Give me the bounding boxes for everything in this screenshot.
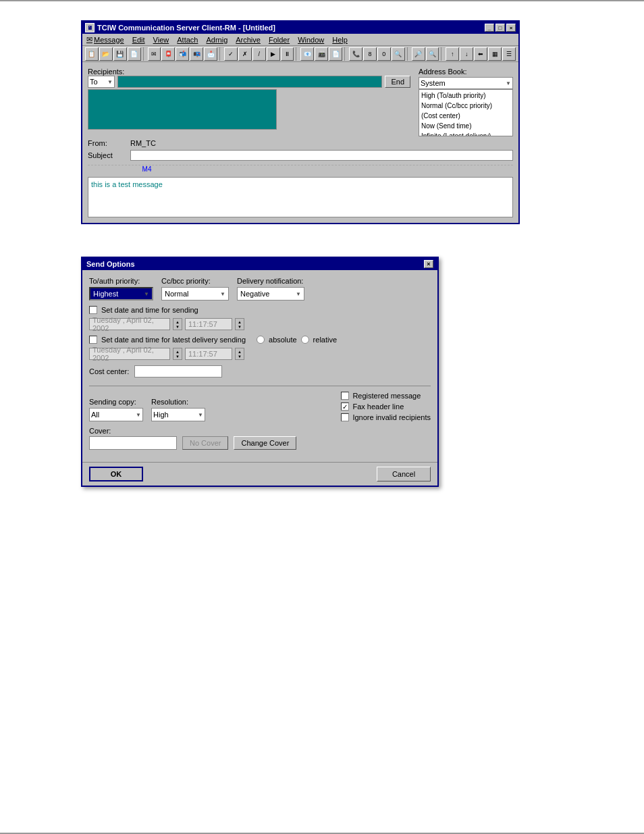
cover-controls: No Cover Change Cover	[89, 436, 431, 450]
toolbar-list-btn[interactable]: ☰	[502, 47, 516, 61]
main-titlebar: 🖥 TCIW Communication Server Client-RM - …	[82, 22, 518, 34]
toolbar-doc-btn[interactable]: 📄	[329, 47, 342, 61]
toolbar-search-btn[interactable]: 🔎	[412, 47, 425, 61]
toolbar-btn7[interactable]: 📬	[176, 47, 189, 61]
subject-row: Subject	[88, 150, 513, 161]
fax-header-checkbox[interactable]	[341, 402, 349, 411]
subject-input[interactable]	[130, 150, 513, 161]
menu-item-message[interactable]: ✉ Message	[85, 34, 128, 45]
address-book-label: Address Book:	[419, 68, 513, 76]
address-book-section: Address Book: System ▼ High (To/auth pri…	[419, 68, 513, 136]
sending-copy-select-wrapper: All ▼	[89, 408, 143, 421]
sending-copy-group: Sending copy: All ▼	[89, 398, 143, 421]
from-label: From:	[88, 139, 125, 147]
toolbar-up-btn[interactable]: ↑	[446, 47, 459, 61]
toolbar-grid-btn[interactable]: ▦	[488, 47, 502, 61]
latest-delivery-row: Set date and time for latest delivery se…	[89, 336, 431, 344]
registered-message-checkbox[interactable]	[341, 392, 349, 400]
menu-item-attach[interactable]: Attach	[173, 35, 202, 45]
message-area[interactable]: this is a test message	[88, 177, 513, 217]
toolbar-phone-btn[interactable]: 📞	[349, 47, 363, 61]
spinner-down-icon: ▼	[176, 325, 180, 329]
menu-item-adrnig[interactable]: Adrnig	[202, 35, 232, 45]
right-checkboxes: Registered message Fax header line Ignor…	[341, 392, 431, 421]
toolbar-btn9[interactable]: 📩	[204, 47, 217, 61]
toolbar-down-btn[interactable]: ↓	[460, 47, 473, 61]
set-date-latest-checkbox[interactable]	[89, 336, 97, 344]
from-row: From: RM_TC	[88, 139, 513, 147]
cc-bcc-priority-select[interactable]: Normal ▼	[161, 287, 229, 301]
spinner-up-icon: ▲	[238, 320, 242, 324]
toolbar-slash-btn[interactable]: /	[252, 47, 266, 61]
top-rule	[0, 0, 644, 1]
cover-input[interactable]	[89, 436, 177, 450]
address-list[interactable]: High (To/auth priority) Normal (Cc/bcc p…	[419, 89, 513, 136]
recipient-input[interactable]	[117, 76, 382, 88]
toolbar-sep2	[219, 47, 222, 61]
toolbar-zoom-btn[interactable]: 🔍	[426, 47, 439, 61]
time-spinner-2[interactable]: ▲ ▼	[235, 348, 244, 360]
delivery-notification-select[interactable]: Negative ▼	[237, 287, 304, 301]
resolution-select[interactable]: High ▼	[151, 408, 205, 421]
absolute-label: absolute	[269, 336, 297, 344]
set-date-sending-checkbox[interactable]	[89, 306, 97, 314]
toolbar-open-btn[interactable]: 📂	[99, 47, 113, 61]
main-content: Recipients: To ▼ End Address Book: Syste…	[82, 62, 518, 223]
menu-item-view[interactable]: View	[149, 35, 173, 45]
date-field-2[interactable]: Tuesday , April 02, 2002	[89, 348, 170, 360]
toolbar-new-btn[interactable]: 📋	[85, 47, 99, 61]
menu-item-edit[interactable]: Edit	[128, 35, 149, 45]
toolbar-icon-btn[interactable]: 🔍	[392, 47, 405, 61]
sending-copy-resolution-row: Sending copy: All ▼ Resolution: High ▼	[89, 392, 431, 421]
date-spinner-2[interactable]: ▲ ▼	[173, 348, 182, 360]
to-row: To ▼ End	[88, 76, 410, 88]
dialog-footer: OK Cancel	[82, 462, 437, 486]
menu-item-help[interactable]: Help	[328, 35, 352, 45]
toolbar-play-btn[interactable]: ▶	[267, 47, 280, 61]
change-cover-button[interactable]: Change Cover	[234, 436, 296, 450]
main-window: 🖥 TCIW Communication Server Client-RM - …	[81, 20, 520, 224]
menu-item-archive[interactable]: Archive	[232, 35, 265, 45]
toolbar-check-btn[interactable]: ✓	[224, 47, 238, 61]
ignore-invalid-checkbox[interactable]	[341, 413, 349, 421]
resolution-group: Resolution: High ▼	[151, 398, 205, 421]
message-text: this is a test message	[91, 180, 163, 188]
list-item: Infinite (Latest delivery)	[420, 131, 512, 136]
toolbar-back-btn[interactable]: ⬅	[474, 47, 487, 61]
to-auth-priority-select[interactable]: Highest ▼	[89, 287, 153, 301]
toolbar-num2-btn[interactable]: 0	[377, 47, 391, 61]
dialog-close-button[interactable]: ×	[424, 260, 433, 268]
toolbar-btn6[interactable]: 📮	[161, 47, 175, 61]
address-book-dropdown[interactable]: System ▼	[419, 77, 513, 89]
radio-relative[interactable]	[301, 336, 309, 344]
end-button[interactable]: End	[385, 76, 410, 88]
no-cover-button[interactable]: No Cover	[182, 436, 228, 450]
close-button[interactable]: ×	[506, 24, 516, 32]
toolbar-btn5[interactable]: ✉	[148, 47, 161, 61]
minimize-button[interactable]: _	[485, 24, 494, 32]
time-field-2[interactable]: 11:17:57	[185, 348, 232, 360]
ok-button[interactable]: OK	[89, 467, 143, 481]
maximize-button[interactable]: □	[495, 24, 505, 32]
toolbar-btn8[interactable]: 📭	[190, 47, 203, 61]
sending-copy-select[interactable]: All ▼	[89, 408, 143, 421]
menu-item-folder[interactable]: Folder	[265, 35, 294, 45]
toolbar-fax-btn[interactable]: 📠	[315, 47, 328, 61]
toolbar-save-btn[interactable]: 💾	[113, 47, 127, 61]
toolbar-x-btn[interactable]: ✗	[238, 47, 252, 61]
date-field-1[interactable]: Tuesday , April 02, 2002	[89, 318, 170, 330]
time-field-1[interactable]: 11:17:57	[185, 318, 232, 330]
cancel-button[interactable]: Cancel	[377, 467, 431, 481]
toolbar-num1-btn[interactable]: 8	[363, 47, 377, 61]
subject-label: Subject	[88, 151, 125, 159]
toolbar-mail-btn[interactable]: 📧	[300, 47, 314, 61]
radio-absolute[interactable]	[257, 336, 265, 344]
send-options-dialog: Send Options × To/auth priority: Highest…	[81, 257, 439, 487]
menu-item-window[interactable]: Window	[294, 35, 328, 45]
time-spinner-1[interactable]: ▲ ▼	[235, 318, 244, 330]
cost-center-input[interactable]	[134, 365, 222, 377]
toolbar-pause-btn[interactable]: ⏸	[281, 47, 294, 61]
toolbar-copy-btn[interactable]: 📄	[128, 47, 141, 61]
to-dropdown[interactable]: To ▼	[88, 76, 115, 88]
date-spinner-1[interactable]: ▲ ▼	[173, 318, 182, 330]
